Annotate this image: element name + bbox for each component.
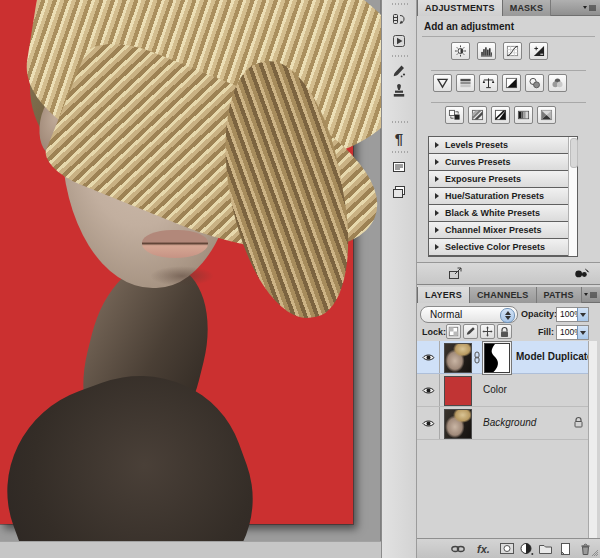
preset-row-black-white[interactable]: Black & White Presets — [429, 205, 577, 222]
new-adjustment-layer-button[interactable] — [518, 541, 535, 556]
layer-thumbnail-model-duplicate[interactable] — [444, 343, 472, 373]
lock-pixels-button[interactable] — [463, 324, 478, 339]
curves-button[interactable] — [503, 42, 522, 60]
new-layer-button[interactable] — [557, 541, 574, 556]
tab-adjustments-label: ADJUSTMENTS — [425, 3, 495, 13]
tab-layers[interactable]: LAYERS — [417, 287, 470, 303]
hue-saturation-button[interactable] — [456, 74, 475, 92]
preset-row-hue-saturation[interactable]: Hue/Saturation Presets — [429, 188, 577, 205]
actions-panel-button[interactable] — [387, 31, 411, 51]
history-panel-button[interactable] — [387, 9, 411, 29]
invert-button[interactable] — [445, 106, 464, 124]
layer-visibility-toggle[interactable] — [417, 407, 440, 439]
preset-label: Black & White Presets — [445, 208, 540, 218]
adjustment-preset-list: Levels Presets Curves Presets Exposure P… — [428, 136, 578, 257]
fill-value-field[interactable]: 100% — [556, 325, 589, 340]
channel-mixer-button[interactable] — [548, 74, 567, 92]
selective-color-icon — [540, 109, 553, 121]
layer-visibility-toggle[interactable] — [417, 374, 440, 406]
preset-row-channel-mixer[interactable]: Channel Mixer Presets — [429, 222, 577, 239]
preset-row-exposure[interactable]: Exposure Presets — [429, 171, 577, 188]
opacity-label: Opacity: — [521, 309, 557, 319]
invert-icon — [448, 109, 461, 121]
preset-row-selective-color[interactable]: Selective Color Presets — [429, 239, 577, 256]
layer-visibility-toggle[interactable] — [417, 341, 440, 373]
layer-thumbnail-color[interactable] — [444, 376, 472, 406]
tab-paths[interactable]: PATHS — [537, 287, 582, 303]
dock-drag-handle[interactable] — [392, 3, 408, 5]
opacity-dropdown-button[interactable] — [577, 308, 588, 321]
layer-style-button[interactable]: fx. — [475, 541, 492, 556]
layers-scrollbar[interactable] — [588, 341, 597, 538]
layers-panel-menu-button[interactable] — [582, 287, 600, 303]
dock-drag-handle[interactable] — [392, 151, 408, 153]
brush-icon — [465, 326, 476, 337]
preset-list-scrollbar[interactable] — [568, 137, 577, 256]
preset-row-levels[interactable]: Levels Presets — [429, 137, 577, 154]
disclosure-triangle-icon — [435, 193, 439, 199]
folder-icon — [538, 543, 553, 555]
tab-channels[interactable]: CHANNELS — [470, 287, 537, 303]
photo-chin-shadow — [150, 266, 214, 286]
model-photo-canvas[interactable] — [0, 0, 353, 524]
vibrance-button[interactable] — [433, 74, 452, 92]
adjustment-layer-icon — [519, 542, 534, 556]
adjustments-tabbar: ADJUSTMENTS MASKS — [417, 0, 600, 16]
switch-expanded-view-button[interactable] — [447, 266, 464, 281]
color-balance-button[interactable] — [479, 74, 498, 92]
brush-icon — [391, 63, 407, 79]
clone-source-panel-button[interactable] — [387, 81, 411, 101]
layers-bottom-bar: fx. — [417, 538, 600, 558]
levels-button[interactable] — [477, 42, 496, 60]
dock-drag-handle[interactable] — [392, 55, 408, 57]
black-white-button[interactable] — [502, 74, 521, 92]
lock-position-button[interactable] — [480, 324, 495, 339]
preset-label: Hue/Saturation Presets — [445, 191, 544, 201]
disclosure-triangle-icon — [435, 159, 439, 165]
selective-color-button[interactable] — [537, 106, 556, 124]
black-white-icon — [505, 77, 518, 89]
panel-resize-grip[interactable] — [591, 549, 599, 557]
adjustments-panel-menu-button[interactable] — [578, 0, 600, 16]
layer-comps-panel-button[interactable] — [387, 182, 411, 202]
play-icon — [392, 34, 406, 48]
link-layers-button[interactable] — [449, 541, 466, 556]
layer-thumbnail-background[interactable] — [444, 409, 472, 439]
tab-adjustments[interactable]: ADJUSTMENTS — [417, 0, 503, 16]
info-panel-icon — [391, 159, 407, 175]
info-panel-button[interactable] — [387, 157, 411, 177]
layer-row-model-duplicate[interactable]: Model Duplicate — [417, 341, 588, 374]
hue-saturation-icon — [459, 77, 472, 89]
blend-mode-select[interactable]: Normal — [420, 306, 518, 323]
canvas-pasteboard[interactable] — [0, 0, 381, 541]
dock-drag-handle[interactable] — [392, 121, 408, 123]
exposure-button[interactable] — [529, 42, 548, 60]
new-group-button[interactable] — [537, 541, 554, 556]
layer-mask-thumbnail[interactable] — [484, 343, 510, 373]
brightness-contrast-button[interactable] — [451, 42, 470, 60]
gradient-map-button[interactable] — [514, 106, 533, 124]
tab-masks[interactable]: MASKS — [503, 0, 552, 16]
layer-row-color[interactable]: Color — [417, 374, 588, 407]
disclosure-triangle-icon — [435, 210, 439, 216]
posterize-button[interactable] — [468, 106, 487, 124]
clip-to-layer-button[interactable] — [573, 266, 590, 281]
add-layer-mask-button[interactable] — [498, 541, 515, 556]
paragraph-panel-button[interactable]: ¶ — [387, 128, 411, 148]
layer-row-background[interactable]: Background — [417, 407, 588, 440]
color-balance-icon — [482, 77, 495, 89]
lock-transparency-button[interactable] — [446, 324, 461, 339]
fill-dropdown-button[interactable] — [577, 326, 588, 339]
blend-mode-stepper-icon — [500, 308, 515, 323]
lock-all-button[interactable] — [497, 324, 512, 339]
preset-row-curves[interactable]: Curves Presets — [429, 154, 577, 171]
photo-filter-button[interactable] — [525, 74, 544, 92]
curves-icon — [506, 45, 519, 57]
panel-menu-icon — [583, 291, 598, 299]
scrollbar-thumb[interactable] — [570, 138, 578, 168]
threshold-button[interactable] — [491, 106, 510, 124]
channel-mixer-icon — [551, 77, 564, 89]
add-adjustment-heading: Add an adjustment — [424, 21, 514, 32]
opacity-value-field[interactable]: 100% — [556, 307, 589, 322]
brushes-panel-button[interactable] — [387, 61, 411, 81]
